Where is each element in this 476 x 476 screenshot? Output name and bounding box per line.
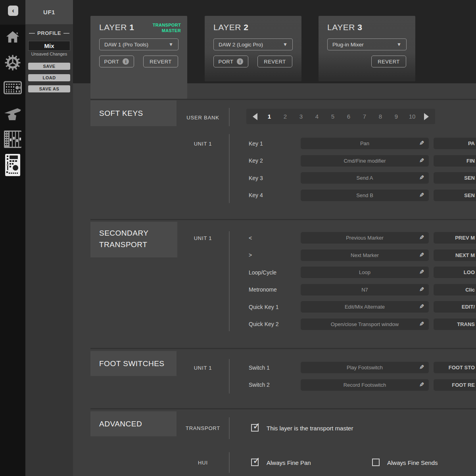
bank-prev-icon[interactable] (253, 113, 257, 120)
port-label: PORT (104, 59, 119, 65)
transport-master-checkbox-label: This layer is the transport master (267, 425, 353, 432)
softkey-1-value-button[interactable]: Pan ✎ (301, 138, 429, 149)
prev-marker-value-button[interactable]: Previous Marker ✎ (301, 232, 429, 244)
edit-pencil-icon: ✎ (419, 234, 424, 241)
softkey-2-display-button[interactable]: FIN (434, 155, 476, 167)
settings-gear-icon[interactable] (0, 54, 25, 71)
prev-marker-display-button[interactable]: PREV M (434, 232, 476, 244)
uf1-device-icon[interactable] (0, 154, 25, 177)
softkey-2-value-button[interactable]: Cmd/Fine modifier ✎ (301, 155, 429, 167)
save-button[interactable]: SAVE (28, 63, 70, 70)
transport-row-label: < (249, 234, 252, 242)
uc1-controller-icon[interactable] (0, 81, 25, 94)
bank-page-7[interactable]: 7 (361, 113, 369, 120)
bank-page-9[interactable]: 9 (392, 113, 400, 120)
bank-page-3[interactable]: 3 (297, 113, 305, 120)
edit-pencil-icon: ✎ (419, 321, 424, 328)
layer-1-card[interactable]: LAYER 1 TRANSPORT MASTER DAW 1 (Pro Tool… (90, 16, 187, 99)
revert-label: REVERT (378, 59, 400, 65)
profile-name-field[interactable]: Mix (28, 41, 70, 51)
transport-row-label: Quick Key 2 (249, 320, 278, 328)
softkey-3-value-button[interactable]: Send A ✎ (301, 172, 429, 184)
transport-row-label: Loop/Cycle (249, 269, 276, 276)
loop-display: LOO (464, 269, 475, 275)
next-marker-value-button[interactable]: Next Marker ✎ (301, 250, 429, 261)
home-icon[interactable] (0, 29, 25, 44)
layer-3-card[interactable]: LAYER 3 Plug-in Mixer ▼ REVERT (319, 16, 415, 81)
revert-label: REVERT (264, 59, 286, 65)
bank-page-5[interactable]: 5 (329, 113, 337, 120)
bank-page-4[interactable]: 4 (313, 113, 321, 120)
info-icon: i (123, 58, 129, 65)
chevron-down-icon: ▼ (283, 42, 288, 47)
quick-key-1-display-button[interactable]: EDIT/ (434, 301, 476, 313)
softkey-2-value: Cmd/Fine modifier (301, 155, 429, 167)
softkey-1-display: PA (468, 140, 475, 146)
edit-pencil-icon: ✎ (419, 174, 424, 181)
bank-next-icon[interactable] (424, 113, 429, 120)
collapse-sidebar-button[interactable]: ‹ (8, 6, 18, 16)
next-marker-display-button[interactable]: NEXT M (434, 250, 476, 261)
transport-master-checkbox[interactable]: ✓ (251, 424, 259, 432)
layer-3-daw-select[interactable]: Plug-in Mixer ▼ (327, 38, 407, 50)
quick-key-1-value: Edit/Mix Alternate (301, 301, 429, 313)
softkey-3-display-button[interactable]: SEN (434, 172, 476, 184)
edit-pencil-icon: ✎ (419, 303, 424, 310)
user-bank-pagination: 1 2 3 4 5 6 7 8 9 10 (246, 109, 435, 124)
softkey-3-value: Send A (301, 172, 429, 184)
loop-value: Loop (301, 267, 429, 278)
revert-label: REVERT (150, 59, 172, 65)
layer-3-revert-button[interactable]: REVERT (371, 56, 406, 67)
edit-pencil-icon: ✎ (419, 269, 424, 276)
metronome-value-button[interactable]: N7 ✎ (301, 284, 429, 296)
column-divider (229, 417, 230, 439)
loop-value-button[interactable]: Loop ✎ (301, 267, 429, 278)
layer-2-card[interactable]: LAYER 2 DAW 2 (Logic Pro) ▼ PORT i REVER… (205, 16, 301, 81)
layer-1-port-button[interactable]: PORT i (99, 56, 134, 67)
quick-key-2-display: TRANS (457, 321, 475, 327)
softkey-4-value-button[interactable]: Send B ✎ (301, 190, 429, 201)
bank-page-1[interactable]: 1 (265, 113, 273, 120)
section-separator (90, 99, 476, 100)
switch-1-value: Play Footswitch (301, 362, 429, 373)
switch-2-display-button[interactable]: FOOT RE (434, 379, 476, 391)
bank-page-8[interactable]: 8 (376, 113, 384, 120)
bank-page-2[interactable]: 2 (281, 113, 289, 120)
softkey-1-display-button[interactable]: PA (434, 138, 476, 149)
layer-1-title: LAYER 1 (99, 23, 134, 32)
column-divider (229, 108, 230, 126)
quick-key-2-display-button[interactable]: TRANS (434, 319, 476, 330)
layer-2-daw-select[interactable]: DAW 2 (Logic Pro) ▼ (213, 38, 293, 50)
switch-1-display-button[interactable]: FOOT STO (434, 362, 476, 373)
metronome-display-button[interactable]: Clic (434, 284, 476, 296)
uf8-mixer-icon[interactable] (0, 130, 25, 149)
always-fine-pan-checkbox[interactable]: ✓ (251, 459, 259, 466)
loop-display-button[interactable]: LOO (434, 267, 476, 278)
save-as-button[interactable]: SAVE AS (28, 85, 70, 92)
transport-master-badge: TRANSPORT MASTER (143, 22, 181, 34)
layer-1-revert-button[interactable]: REVERT (143, 56, 178, 67)
softkey-4-display-button[interactable]: SEN (434, 190, 476, 201)
check-icon: ✓ (253, 421, 260, 432)
bank-page-10[interactable]: 10 (408, 113, 416, 120)
load-button[interactable]: LOAD (28, 74, 70, 81)
always-fine-sends-label: Always Fine Sends (387, 459, 438, 466)
layer-2-revert-button[interactable]: REVERT (257, 56, 292, 67)
info-icon: i (237, 58, 243, 65)
layer-1-daw-select[interactable]: DAW 1 (Pro Tools) ▼ (99, 38, 178, 50)
switch-2-value-button[interactable]: Record Footswitch ✎ (301, 379, 429, 391)
quick-key-1-value-button[interactable]: Edit/Mix Alternate ✎ (301, 301, 429, 313)
console-icon[interactable] (0, 105, 25, 124)
unit-label: UNIT 1 (177, 235, 229, 241)
edit-pencil-icon: ✎ (419, 157, 424, 164)
edit-pencil-icon: ✎ (419, 192, 424, 199)
switch-1-display: FOOT STO (449, 365, 475, 370)
edit-pencil-icon: ✎ (419, 140, 424, 147)
bank-page-6[interactable]: 6 (345, 113, 353, 120)
switch-1-value-button[interactable]: Play Footswitch ✎ (301, 362, 429, 373)
always-fine-sends-checkbox[interactable] (372, 459, 380, 466)
quick-key-2-value-button[interactable]: Open/close Transport window ✎ (301, 319, 429, 330)
edit-pencil-icon: ✎ (419, 381, 424, 388)
layer-2-port-button[interactable]: PORT i (213, 56, 248, 67)
chevron-down-icon: ▼ (397, 42, 401, 47)
